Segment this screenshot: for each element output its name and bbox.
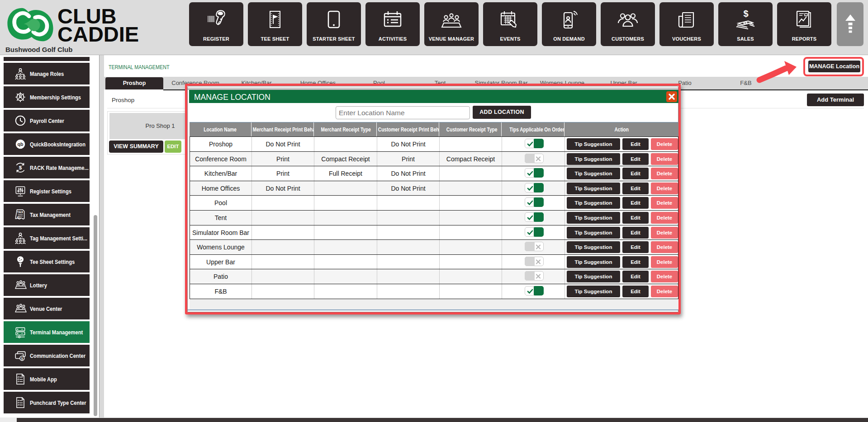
svg-text:qb: qb bbox=[17, 141, 24, 147]
svg-text:$: $ bbox=[21, 357, 23, 361]
svg-text:$: $ bbox=[19, 164, 22, 171]
svg-text:TAX: TAX bbox=[17, 211, 24, 214]
svg-text:$=: $= bbox=[17, 216, 21, 220]
svg-text:$: $ bbox=[743, 9, 748, 19]
